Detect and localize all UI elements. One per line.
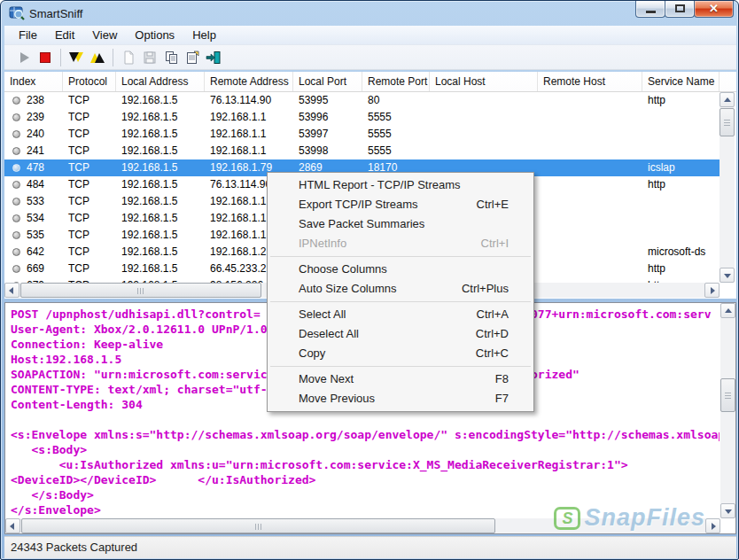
cell-protocol: TCP — [63, 126, 116, 143]
minimize-button[interactable] — [635, 1, 665, 18]
stop-capture-button[interactable] — [35, 48, 56, 67]
exit-button[interactable] — [203, 48, 224, 67]
menu-view[interactable]: View — [83, 27, 126, 43]
scroll-right-button[interactable] — [705, 518, 720, 533]
packet-icon — [12, 97, 20, 105]
new-file-button[interactable] — [118, 48, 139, 67]
table-header: IndexProtocolLocal AddressRemote Address… — [4, 72, 736, 92]
cell-service-name: http — [642, 261, 720, 277]
menu-item-label: Choose Columns — [299, 262, 387, 276]
menu-item-copy[interactable]: CopyCtrl+C — [268, 344, 533, 363]
menu-item-html-report-tcp-ip-streams[interactable]: HTML Report - TCP/IP Streams — [268, 175, 533, 195]
menu-item-label: IPNetInfo — [299, 237, 346, 250]
scroll-thumb[interactable] — [20, 283, 261, 298]
menu-item-deselect-all[interactable]: Deselect AllCtrl+D — [268, 324, 533, 344]
maximize-button[interactable] — [665, 1, 695, 18]
menu-item-label: Save Packet Summaries — [299, 217, 424, 230]
scroll-right-button[interactable] — [704, 283, 720, 298]
cell-index: 534 — [4, 210, 63, 227]
cell-local-port: 53998 — [293, 143, 362, 159]
packet-icon — [12, 147, 20, 155]
column-header-service-name[interactable]: Service Name — [642, 72, 720, 91]
menu-item-select-all[interactable]: Select AllCtrl+A — [268, 305, 533, 324]
table-row[interactable]: 241TCP192.168.1.5192.168.1.1539985555 — [4, 143, 720, 159]
menu-item-auto-size-columns[interactable]: Auto Size ColumnsCtrl+Plus — [268, 279, 533, 299]
cell-remote-host — [538, 261, 642, 277]
cell-service-name — [642, 210, 720, 227]
menu-file[interactable]: File — [10, 27, 46, 43]
cell-index: 533 — [4, 193, 63, 210]
menu-item-move-previous[interactable]: Move PreviousF7 — [268, 389, 533, 408]
cell-service-name: icslap — [642, 159, 720, 176]
menu-item-save-packet-summaries[interactable]: Save Packet Summaries — [268, 214, 533, 234]
pane-vscrollbar[interactable] — [720, 303, 735, 518]
menu-item-label: Export TCP/IP Streams — [299, 198, 418, 211]
table-row[interactable]: 239TCP192.168.1.5192.168.1.1539965555 — [4, 109, 720, 126]
column-header-remote-host[interactable]: Remote Host — [538, 72, 642, 91]
arrow-right-icon — [711, 287, 715, 294]
titlebar[interactable]: SmartSniff ✕ — [1, 1, 738, 26]
scroll-left-button[interactable] — [4, 283, 19, 298]
cell-remote-port: 80 — [362, 92, 430, 109]
capture-filter-button[interactable] — [87, 48, 108, 67]
column-header-protocol[interactable]: Protocol — [63, 72, 116, 91]
column-header-local-host[interactable]: Local Host — [430, 72, 538, 91]
menu-item-label: Copy — [299, 346, 325, 360]
cell-index: 238 — [4, 92, 63, 109]
table-row[interactable]: 238TCP192.168.1.576.13.114.905399580http — [4, 92, 720, 109]
menu-item-shortcut: Ctrl+C — [476, 344, 509, 363]
properties-button[interactable] — [182, 48, 203, 67]
display-filter-button[interactable] — [66, 48, 87, 67]
minimize-icon — [646, 11, 656, 13]
arrow-down-icon — [724, 274, 731, 278]
toolbar-separator — [60, 49, 61, 66]
menu-options[interactable]: Options — [126, 27, 183, 43]
stop-icon — [40, 52, 51, 63]
menu-item-shortcut: F8 — [495, 369, 509, 389]
menu-item-shortcut: Ctrl+D — [476, 324, 509, 344]
scroll-left-button[interactable] — [5, 518, 20, 533]
arrow-right-icon — [712, 523, 716, 530]
column-header-index[interactable]: Index — [4, 72, 63, 91]
scroll-down-button[interactable] — [720, 268, 735, 283]
table-row[interactable]: 240TCP192.168.1.5192.168.1.1539975555 — [4, 126, 720, 143]
cell-local-address: 192.168.1.5 — [116, 109, 205, 126]
column-header-remote-address[interactable]: Remote Address — [205, 72, 293, 91]
scroll-thumb[interactable] — [720, 378, 735, 412]
column-header-local-address[interactable]: Local Address — [116, 72, 205, 91]
scroll-up-button[interactable] — [720, 92, 735, 107]
column-header-local-port[interactable]: Local Port — [293, 72, 362, 91]
context-menu: HTML Report - TCP/IP StreamsExport TCP/I… — [267, 172, 534, 412]
scroll-thumb[interactable] — [720, 108, 735, 136]
cell-local-address: 192.168.1.5 — [116, 193, 205, 210]
start-capture-button[interactable] — [13, 48, 35, 67]
toolbar — [4, 45, 736, 70]
arrow-down-icon — [725, 509, 732, 514]
packet-icon — [12, 214, 20, 222]
scroll-thumb[interactable] — [21, 518, 495, 533]
toolbar-separator — [113, 49, 113, 66]
menu-item-label: Move Previous — [299, 392, 375, 405]
pane-hscrollbar[interactable] — [5, 518, 720, 533]
menu-edit[interactable]: Edit — [46, 27, 83, 43]
scroll-down-button[interactable] — [720, 503, 735, 518]
table-vscrollbar[interactable] — [720, 92, 735, 283]
menu-item-choose-columns[interactable]: Choose Columns — [268, 260, 533, 279]
menu-item-shortcut: Ctrl+Plus — [462, 279, 509, 299]
close-icon: ✕ — [695, 2, 733, 15]
packet-icon — [12, 265, 20, 273]
cell-protocol: TCP — [63, 193, 116, 210]
menu-item-ipnetinfo[interactable]: IPNetInfoCtrl+I — [268, 234, 533, 253]
save-file-button[interactable] — [139, 48, 160, 67]
cell-remote-address: 192.168.1.1 — [205, 143, 293, 159]
scroll-up-button[interactable] — [720, 303, 735, 318]
menu-item-move-next[interactable]: Move NextF8 — [268, 369, 533, 389]
menu-item-export-tcp-ip-streams[interactable]: Export TCP/IP StreamsCtrl+E — [268, 195, 533, 214]
menu-item-shortcut: Ctrl+I — [481, 234, 509, 253]
menu-help[interactable]: Help — [183, 27, 225, 43]
close-button[interactable]: ✕ — [694, 1, 734, 18]
packet-icon — [12, 248, 20, 256]
thumb-grip — [725, 392, 731, 399]
column-header-remote-port[interactable]: Remote Port — [362, 72, 430, 91]
copy-button[interactable] — [160, 48, 182, 67]
